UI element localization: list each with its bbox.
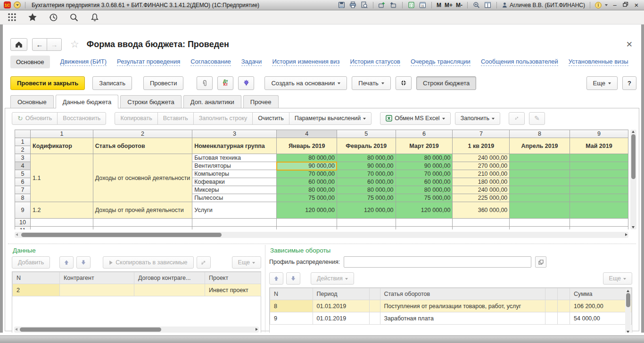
project-cell[interactable]: Инвест проект	[205, 284, 261, 296]
more-button[interactable]: Еще	[232, 256, 261, 269]
blank-cell[interactable]	[557, 300, 570, 312]
current-user[interactable]: Агличев В.В. (БИТ.ФИНАНС)	[502, 2, 585, 8]
amount-cell[interactable]: 120 000,00	[277, 202, 337, 219]
article-cell[interactable]: Поступления от реализации товаров, работ…	[380, 300, 545, 312]
budget-header-cell[interactable]: Март 2019	[396, 138, 453, 154]
nomenclature-cell[interactable]: Вентиляторы	[192, 162, 277, 170]
column-header-7[interactable]: 7	[453, 130, 510, 138]
period-cell[interactable]: 01.01.2019	[313, 300, 370, 312]
info-icon[interactable]: i	[595, 2, 602, 8]
article-cell[interactable]: Заработная плата	[380, 312, 545, 325]
amount-cell[interactable]: 90 000,00	[396, 162, 453, 170]
post-and-close-button[interactable]: Провести и закрыть	[10, 76, 85, 90]
move-down-button[interactable]	[76, 256, 91, 269]
data-column-Проект[interactable]: Проект	[205, 272, 261, 284]
amount-cell[interactable]	[510, 202, 570, 219]
column-header-1[interactable]: 1	[31, 130, 93, 138]
print-button[interactable]: Печать	[352, 76, 391, 90]
nav-link[interactable]: Сообщения пользователей	[481, 58, 558, 66]
amount-cell[interactable]: 90 000,00	[277, 162, 337, 170]
row-header-2[interactable]: 2	[15, 146, 31, 154]
empty-cell[interactable]	[510, 227, 570, 230]
amount-cell[interactable]: 80 000,00	[337, 186, 396, 194]
budget-lines-button[interactable]: Строки бюджета	[416, 76, 476, 90]
row-header-4[interactable]: 4	[15, 162, 31, 170]
codifier-cell[interactable]: 1.2	[31, 202, 93, 219]
row-header-7[interactable]: 7	[15, 186, 31, 194]
minimize-button[interactable]: –	[611, 1, 619, 8]
calculator-icon[interactable]	[407, 1, 415, 9]
row-header-3[interactable]: 3	[15, 154, 31, 162]
nomenclature-cell[interactable]: Услуги	[192, 202, 277, 219]
empty-cell[interactable]	[396, 227, 453, 230]
main-menu-icon[interactable]	[8, 13, 17, 22]
favorites-icon[interactable]	[28, 13, 37, 22]
send-link-icon[interactable]	[378, 1, 386, 9]
amount-cell[interactable]: 75 000,00	[277, 194, 337, 202]
nomenclature-cell[interactable]: Компьютеры	[192, 170, 277, 178]
row-header-8[interactable]: 8	[15, 194, 31, 202]
empty-cell[interactable]	[31, 227, 93, 230]
tab-Основные[interactable]: Основные	[10, 95, 54, 108]
nomenclature-cell[interactable]: Пылесосы	[192, 194, 277, 202]
amount-cell[interactable]: 240 000,00	[453, 186, 510, 194]
blank-cell[interactable]	[545, 312, 557, 325]
dep-column-Период[interactable]: Период	[313, 288, 370, 300]
amount-cell[interactable]: 80 000,00	[277, 186, 337, 194]
data-column-Договор контраге...[interactable]: Договор контраге...	[134, 272, 205, 284]
tab-Прочее[interactable]: Прочее	[243, 95, 279, 108]
amount-cell[interactable]: 80 000,00	[337, 154, 396, 162]
budget-grid-vscrollbar[interactable]	[630, 130, 636, 229]
empty-cell[interactable]	[453, 219, 510, 227]
amount-cell[interactable]: 120 000,00	[337, 202, 396, 219]
amount-cell[interactable]	[510, 154, 570, 162]
notifications-bell-icon[interactable]	[90, 13, 99, 22]
restore-button[interactable]	[622, 1, 629, 8]
empty-cell[interactable]	[277, 227, 337, 230]
calendar-icon[interactable]: 31	[419, 1, 427, 9]
budget-header-cell[interactable]: Январь 2019	[277, 138, 337, 154]
amount-cell[interactable]	[510, 170, 570, 178]
nav-item-main[interactable]: Основное	[10, 56, 50, 68]
scroll-down-icon[interactable]	[627, 331, 629, 333]
amount-cell[interactable]: 80 000,00	[396, 154, 453, 162]
copy-button[interactable]: Копировать	[115, 112, 157, 125]
amount-cell[interactable]	[510, 162, 570, 170]
grid-corner-cell[interactable]	[15, 130, 31, 138]
restore-button[interactable]: Восстановить	[57, 112, 106, 125]
empty-cell[interactable]	[396, 219, 453, 227]
move-up-button[interactable]	[59, 256, 74, 269]
dep-column-blank[interactable]	[545, 288, 557, 300]
refresh-button[interactable]: ↻Обновить	[12, 112, 58, 125]
scroll-thumb[interactable]	[631, 134, 636, 179]
dependent-row[interactable]: 801.01.2019Поступления от реализации тов…	[270, 300, 632, 312]
empty-cell[interactable]	[570, 227, 628, 230]
clear-button[interactable]: Очистить	[252, 112, 289, 125]
close-window-button[interactable]: ×	[633, 1, 640, 9]
nav-link[interactable]: Результат проведения	[117, 58, 180, 66]
dep-column-N[interactable]: N	[270, 288, 313, 300]
print-preview-icon[interactable]	[360, 1, 368, 9]
reorder-button[interactable]	[197, 256, 211, 269]
home-button[interactable]	[10, 38, 27, 51]
budget-header-cell[interactable]: Статья оборотов	[93, 138, 192, 154]
sum-cell[interactable]: 54 000,00	[570, 312, 632, 325]
amount-cell[interactable]	[570, 202, 628, 219]
help-button[interactable]: ?	[622, 76, 636, 90]
amount-cell[interactable]	[570, 178, 628, 186]
scroll-left-icon[interactable]	[16, 233, 18, 236]
write-button[interactable]: Записать	[92, 76, 132, 90]
amount-cell[interactable]	[570, 186, 628, 194]
scroll-thumb[interactable]	[20, 327, 161, 332]
column-header-2[interactable]: 2	[93, 130, 192, 138]
tab-Строки бюджета[interactable]: Строки бюджета	[120, 95, 181, 108]
zoom-icon[interactable]	[472, 1, 480, 9]
blank-cell[interactable]	[545, 300, 557, 312]
dependent-table-vscrollbar[interactable]	[625, 289, 631, 333]
empty-cell[interactable]	[337, 219, 396, 227]
amount-cell[interactable]: 80 000,00	[396, 186, 453, 194]
empty-cell[interactable]	[93, 219, 192, 227]
amount-cell[interactable]: 180 000,00	[453, 178, 510, 186]
contract-cell[interactable]	[134, 284, 205, 296]
paste-button[interactable]: Вставить	[157, 112, 194, 125]
